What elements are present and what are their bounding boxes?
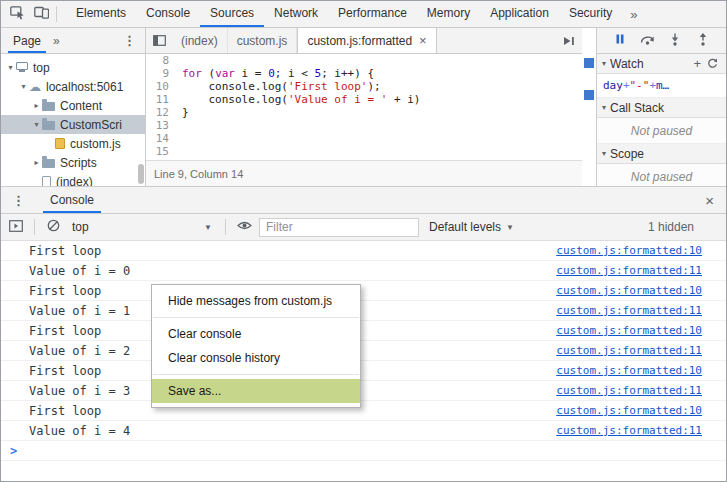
line-number[interactable]: 12 (146, 106, 176, 119)
code-text[interactable] (176, 119, 182, 132)
console-message-text: Value of i = 3 (29, 384, 130, 398)
inspect-button[interactable] (5, 2, 29, 26)
clear-console-icon (47, 219, 60, 235)
console-source-link[interactable]: custom.js:formatted:10 (556, 284, 702, 297)
code-text[interactable]: console.log('Value of i = ' + i) (176, 93, 420, 106)
line-number[interactable]: 15 (146, 145, 176, 158)
tree-item-index[interactable]: (index) (1, 172, 145, 186)
console-prompt[interactable]: > (1, 441, 726, 461)
tab-page[interactable]: Page (5, 28, 49, 53)
console-filter-input[interactable] (259, 218, 419, 237)
line-number[interactable]: 9 (146, 67, 176, 80)
close-tab-icon[interactable]: × (419, 33, 427, 48)
live-expression-button[interactable] (235, 218, 253, 236)
console-message: Value of i = 4custom.js:formatted:11 (1, 421, 726, 441)
tab-performance[interactable]: Performance (328, 1, 417, 27)
tree-item-label: top (33, 61, 50, 75)
drawer-tab-console[interactable]: Console (40, 187, 104, 213)
device-toolbar-button[interactable] (29, 2, 53, 26)
tree-item-localhost-5061[interactable]: ▾☁localhost:5061 (1, 77, 145, 96)
main-tabs: ElementsConsoleSourcesNetworkPerformance… (66, 1, 622, 27)
console-source-link[interactable]: custom.js:formatted:10 (556, 364, 702, 377)
tab-security[interactable]: Security (559, 1, 622, 27)
sidebar-scrollbar-thumb[interactable] (138, 164, 144, 184)
editor-area: (index)custom.jscustom.js:formatted× 89f… (146, 28, 582, 186)
menu-separator (153, 317, 359, 318)
call-stack-section-header[interactable]: ▾ Call Stack (597, 98, 726, 118)
tab-application[interactable]: Application (480, 1, 559, 27)
editor-overflow-icon[interactable] (556, 28, 582, 53)
line-number[interactable]: 10 (146, 80, 176, 93)
console-source-link[interactable]: custom.js:formatted:10 (556, 244, 702, 257)
console-source-link[interactable]: custom.js:formatted:10 (556, 404, 702, 417)
code-text[interactable] (176, 54, 182, 67)
sources-panel: Page » ⋮ ▾top▾☁localhost:5061▸Content▾Cu… (1, 28, 726, 186)
tab-elements[interactable]: Elements (66, 1, 136, 27)
tree-item-scripts[interactable]: ▸Scripts (1, 153, 145, 172)
navigator-menu-icon[interactable]: ⋮ (118, 33, 141, 48)
code-text[interactable] (176, 145, 182, 158)
console-source-link[interactable]: custom.js:formatted:11 (556, 344, 702, 357)
menu-item-hide-messages-from-custom-js[interactable]: Hide messages from custom.js (152, 289, 360, 313)
console-message: Value of i = 2custom.js:formatted:11 (1, 341, 726, 361)
menu-item-clear-console-history[interactable]: Clear console history (152, 346, 360, 370)
console-source-link[interactable]: custom.js:formatted:11 (556, 264, 702, 277)
tree-item-custom-js[interactable]: custom.js (1, 134, 145, 153)
tab-memory[interactable]: Memory (417, 1, 480, 27)
menu-item-save-as[interactable]: Save as... (152, 379, 360, 403)
editor-scrollbar[interactable] (582, 28, 596, 186)
tree-item-top[interactable]: ▾top (1, 58, 145, 77)
log-levels-select[interactable]: Default levels ▼ (425, 220, 518, 234)
code-text[interactable]: for (var i = 0; i < 5; i++) { (176, 67, 374, 80)
watch-section-header[interactable]: ▾ Watch + (597, 54, 726, 74)
computer-icon (16, 62, 28, 70)
console-sidebar-toggle-button[interactable] (7, 218, 25, 236)
console-source-link[interactable]: custom.js:formatted:11 (556, 304, 702, 317)
add-watch-button[interactable]: + (690, 56, 704, 71)
refresh-watch-button[interactable] (704, 58, 721, 69)
drawer-menu-icon[interactable]: ⋮ (7, 193, 30, 208)
console-message: First loopcustom.js:formatted:10 (1, 361, 726, 381)
pause-icon (614, 33, 626, 48)
tree-item-customscri[interactable]: ▾CustomScri (1, 115, 145, 134)
pause-button[interactable] (610, 31, 630, 51)
hidden-messages-count[interactable]: 1 hidden (648, 220, 694, 234)
console-source-link[interactable]: custom.js:formatted:11 (556, 424, 702, 437)
code-text[interactable] (176, 132, 182, 145)
scroll-marker (584, 58, 594, 68)
line-number[interactable]: 14 (146, 132, 176, 145)
tab-sources[interactable]: Sources (200, 1, 264, 27)
clear-console-button[interactable] (44, 218, 62, 236)
navigator-toggle-icon[interactable] (146, 28, 172, 53)
step-over-button[interactable] (638, 31, 658, 51)
execution-context-select[interactable]: top ▼ (68, 220, 216, 234)
navigator-more-tabs-button[interactable]: » (49, 34, 64, 48)
context-menu: Hide messages from custom.jsClear consol… (151, 284, 361, 408)
line-number[interactable]: 13 (146, 119, 176, 132)
step-over-icon (640, 33, 655, 48)
line-number[interactable]: 11 (146, 93, 176, 106)
editor-tab-custom-js-formatted[interactable]: custom.js:formatted× (297, 28, 436, 53)
console-message: First loopcustom.js:formatted:10 (1, 401, 726, 421)
close-drawer-icon[interactable]: × (699, 192, 720, 209)
tab-network[interactable]: Network (264, 1, 328, 27)
console-source-link[interactable]: custom.js:formatted:10 (556, 324, 702, 337)
code-editor[interactable]: 89for (var i = 0; i < 5; i++) {10 consol… (146, 54, 582, 160)
console-message-text: Value of i = 1 (29, 304, 130, 318)
tab-console[interactable]: Console (136, 1, 200, 27)
code-text[interactable]: } (176, 106, 189, 119)
tree-item-content[interactable]: ▸Content (1, 96, 145, 115)
watch-expression[interactable]: day + "-" + m… (597, 74, 726, 98)
code-text[interactable]: console.log('First loop'); (176, 80, 381, 93)
tree-item-label: Scripts (60, 156, 97, 170)
line-number[interactable]: 8 (146, 54, 176, 67)
step-into-button[interactable] (665, 31, 685, 51)
console-source-link[interactable]: custom.js:formatted:11 (556, 384, 702, 397)
chevron-down-icon: ▾ (602, 103, 606, 112)
editor-tab-custom-js[interactable]: custom.js (228, 28, 298, 53)
scope-section-header[interactable]: ▾ Scope (597, 144, 726, 164)
step-out-button[interactable] (693, 31, 713, 51)
more-tabs-button[interactable]: » (622, 7, 645, 22)
editor-tab-index[interactable]: (index) (172, 28, 228, 53)
menu-item-clear-console[interactable]: Clear console (152, 322, 360, 346)
